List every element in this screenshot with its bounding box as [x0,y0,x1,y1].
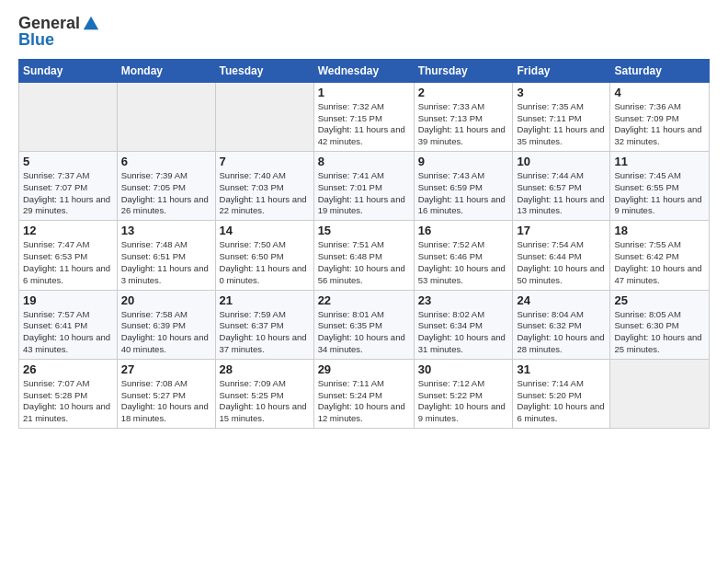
day-number: 13 [121,224,211,237]
calendar-cell: 2Sunrise: 7:33 AMSunset: 7:13 PMDaylight… [414,82,513,151]
day-number: 15 [318,224,410,237]
calendar-cell: 30Sunrise: 7:12 AMSunset: 5:22 PMDayligh… [414,359,513,428]
day-info: Sunrise: 7:11 AMSunset: 5:24 PMDaylight:… [318,378,410,425]
day-number: 17 [517,224,606,237]
calendar-cell: 26Sunrise: 7:07 AMSunset: 5:28 PMDayligh… [19,359,118,428]
calendar-cell [610,359,710,428]
calendar-cell: 10Sunrise: 7:44 AMSunset: 6:57 PMDayligh… [513,152,610,221]
day-info: Sunrise: 7:14 AMSunset: 5:20 PMDaylight:… [517,378,606,425]
calendar-cell [117,82,215,151]
calendar-cell: 21Sunrise: 7:59 AMSunset: 6:37 PMDayligh… [215,290,313,359]
weekday-header-tuesday: Tuesday [215,59,313,82]
day-info: Sunrise: 7:52 AMSunset: 6:46 PMDaylight:… [418,239,509,286]
day-number: 26 [23,362,113,376]
day-number: 9 [418,155,509,168]
svg-marker-0 [84,17,98,30]
day-number: 3 [517,86,606,99]
day-info: Sunrise: 8:02 AMSunset: 6:34 PMDaylight:… [418,309,509,356]
weekday-header-thursday: Thursday [414,59,513,82]
day-number: 4 [614,86,705,99]
day-number: 6 [121,155,211,168]
week-row-4: 19Sunrise: 7:57 AMSunset: 6:41 PMDayligh… [19,290,710,359]
day-info: Sunrise: 8:04 AMSunset: 6:32 PMDaylight:… [517,309,606,356]
day-number: 7 [220,155,310,168]
day-number: 20 [121,293,211,307]
day-number: 21 [220,293,310,307]
calendar-cell: 15Sunrise: 7:51 AMSunset: 6:48 PMDayligh… [313,221,414,290]
day-info: Sunrise: 7:09 AMSunset: 5:25 PMDaylight:… [220,378,310,425]
calendar-cell: 13Sunrise: 7:48 AMSunset: 6:51 PMDayligh… [117,221,215,290]
day-info: Sunrise: 7:07 AMSunset: 5:28 PMDaylight:… [23,378,113,425]
day-info: Sunrise: 7:48 AMSunset: 6:51 PMDaylight:… [121,239,211,286]
day-number: 23 [418,293,509,307]
calendar-header-row: SundayMondayTuesdayWednesdayThursdayFrid… [19,59,710,82]
day-number: 16 [418,224,509,237]
day-info: Sunrise: 7:40 AMSunset: 7:03 PMDaylight:… [220,170,310,217]
day-info: Sunrise: 7:39 AMSunset: 7:05 PMDaylight:… [121,170,211,217]
day-info: Sunrise: 7:54 AMSunset: 6:44 PMDaylight:… [517,239,606,286]
day-info: Sunrise: 7:32 AMSunset: 7:15 PMDaylight:… [318,101,410,148]
calendar-cell: 6Sunrise: 7:39 AMSunset: 7:05 PMDaylight… [117,152,215,221]
calendar-cell: 25Sunrise: 8:05 AMSunset: 6:30 PMDayligh… [610,290,710,359]
calendar-cell: 8Sunrise: 7:41 AMSunset: 7:01 PMDaylight… [313,152,414,221]
week-row-1: 1Sunrise: 7:32 AMSunset: 7:15 PMDaylight… [19,82,710,151]
logo: General Blue [18,15,100,50]
day-info: Sunrise: 7:44 AMSunset: 6:57 PMDaylight:… [517,170,606,217]
day-info: Sunrise: 7:55 AMSunset: 6:42 PMDaylight:… [614,239,705,286]
week-row-3: 12Sunrise: 7:47 AMSunset: 6:53 PMDayligh… [19,221,710,290]
calendar-cell: 11Sunrise: 7:45 AMSunset: 6:55 PMDayligh… [610,152,710,221]
calendar-cell [215,82,313,151]
day-number: 11 [614,155,705,168]
weekday-header-monday: Monday [117,59,215,82]
day-number: 1 [318,86,410,99]
calendar-cell: 9Sunrise: 7:43 AMSunset: 6:59 PMDaylight… [414,152,513,221]
header: General Blue [18,15,710,50]
day-info: Sunrise: 7:35 AMSunset: 7:11 PMDaylight:… [517,101,606,148]
calendar-cell: 27Sunrise: 7:08 AMSunset: 5:27 PMDayligh… [117,359,215,428]
day-info: Sunrise: 7:58 AMSunset: 6:39 PMDaylight:… [121,309,211,356]
day-number: 30 [418,362,509,376]
day-info: Sunrise: 7:47 AMSunset: 6:53 PMDaylight:… [23,239,113,286]
day-number: 2 [418,86,509,99]
calendar-cell: 7Sunrise: 7:40 AMSunset: 7:03 PMDaylight… [215,152,313,221]
calendar-cell: 18Sunrise: 7:55 AMSunset: 6:42 PMDayligh… [610,221,710,290]
day-number: 31 [517,362,606,376]
day-number: 27 [121,362,211,376]
day-number: 29 [318,362,410,376]
calendar-cell [19,82,118,151]
page: General Blue SundayMondayTuesdayWednesda… [0,0,728,438]
day-info: Sunrise: 7:59 AMSunset: 6:37 PMDaylight:… [220,309,310,356]
calendar-cell: 12Sunrise: 7:47 AMSunset: 6:53 PMDayligh… [19,221,118,290]
calendar-cell: 4Sunrise: 7:36 AMSunset: 7:09 PMDaylight… [610,82,710,151]
day-number: 24 [517,293,606,307]
day-number: 19 [23,293,113,307]
calendar-cell: 20Sunrise: 7:58 AMSunset: 6:39 PMDayligh… [117,290,215,359]
day-info: Sunrise: 7:08 AMSunset: 5:27 PMDaylight:… [121,378,211,425]
day-info: Sunrise: 7:33 AMSunset: 7:13 PMDaylight:… [418,101,509,148]
day-info: Sunrise: 8:05 AMSunset: 6:30 PMDaylight:… [614,309,705,356]
logo-icon [82,15,100,33]
day-info: Sunrise: 7:12 AMSunset: 5:22 PMDaylight:… [418,378,509,425]
day-number: 22 [318,293,410,307]
day-info: Sunrise: 7:36 AMSunset: 7:09 PMDaylight:… [614,101,705,148]
day-info: Sunrise: 7:45 AMSunset: 6:55 PMDaylight:… [614,170,705,217]
day-number: 8 [318,155,410,168]
day-info: Sunrise: 7:43 AMSunset: 6:59 PMDaylight:… [418,170,509,217]
calendar-cell: 17Sunrise: 7:54 AMSunset: 6:44 PMDayligh… [513,221,610,290]
calendar-cell: 23Sunrise: 8:02 AMSunset: 6:34 PMDayligh… [414,290,513,359]
day-info: Sunrise: 7:41 AMSunset: 7:01 PMDaylight:… [318,170,410,217]
weekday-header-saturday: Saturday [610,59,710,82]
calendar-cell: 1Sunrise: 7:32 AMSunset: 7:15 PMDaylight… [313,82,414,151]
calendar-cell: 19Sunrise: 7:57 AMSunset: 6:41 PMDayligh… [19,290,118,359]
calendar-cell: 3Sunrise: 7:35 AMSunset: 7:11 PMDaylight… [513,82,610,151]
calendar-table: SundayMondayTuesdayWednesdayThursdayFrid… [18,59,710,429]
day-info: Sunrise: 7:57 AMSunset: 6:41 PMDaylight:… [23,309,113,356]
calendar-cell: 28Sunrise: 7:09 AMSunset: 5:25 PMDayligh… [215,359,313,428]
day-number: 25 [614,293,705,307]
week-row-5: 26Sunrise: 7:07 AMSunset: 5:28 PMDayligh… [19,359,710,428]
calendar-cell: 24Sunrise: 8:04 AMSunset: 6:32 PMDayligh… [513,290,610,359]
day-number: 18 [614,224,705,237]
calendar-cell: 31Sunrise: 7:14 AMSunset: 5:20 PMDayligh… [513,359,610,428]
weekday-header-wednesday: Wednesday [313,59,414,82]
day-number: 10 [517,155,606,168]
